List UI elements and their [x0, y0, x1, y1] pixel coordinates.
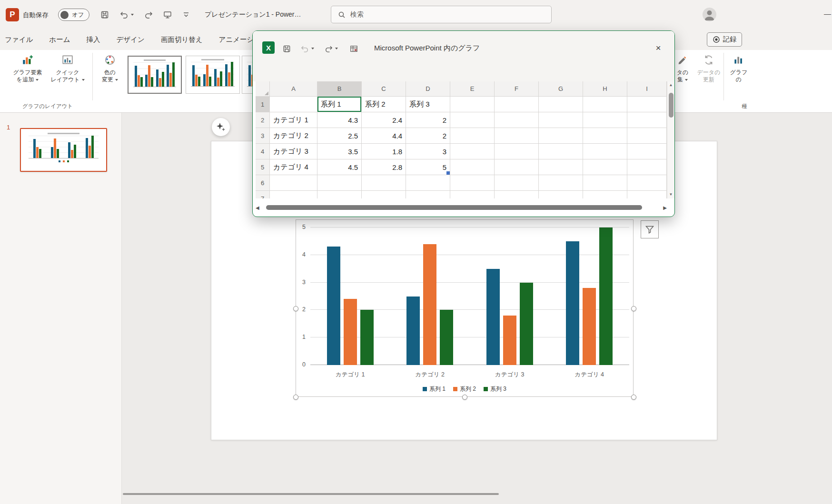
add-chart-element-button[interactable]: グラフ要素 を追加 — [8, 54, 48, 83]
bar[interactable] — [327, 247, 340, 365]
minimize-button[interactable]: — — [824, 10, 831, 18]
row-header-5[interactable]: 5 — [256, 159, 270, 175]
change-colors-button[interactable]: 色の 変更 — [96, 54, 124, 83]
cell-E6[interactable] — [450, 175, 495, 191]
cell-F6[interactable] — [495, 175, 539, 191]
cell-F4[interactable] — [495, 144, 539, 159]
cell-D3[interactable]: 2 — [406, 128, 450, 144]
scroll-left-icon[interactable]: ◀ — [256, 205, 259, 210]
resize-handle-left[interactable] — [293, 306, 298, 311]
cell-A6[interactable] — [270, 175, 317, 191]
dialog-redo-button[interactable] — [324, 43, 338, 54]
cell-A5[interactable]: カテゴリ 4 — [270, 159, 317, 175]
cell-G1[interactable] — [539, 97, 583, 112]
column-header-C[interactable]: C — [362, 81, 406, 97]
spreadsheet[interactable]: ABCDEFGHI1系列 1系列 2系列 32カテゴリ 14.32.423カテゴ… — [256, 81, 667, 198]
row-header-3[interactable]: 3 — [256, 128, 270, 144]
cell-I1[interactable] — [627, 97, 667, 112]
redo-button[interactable] — [141, 8, 156, 21]
bar[interactable] — [423, 244, 436, 365]
column-header-E[interactable]: E — [450, 81, 495, 97]
cell-A1[interactable] — [270, 97, 317, 112]
start-slideshow-button[interactable] — [160, 8, 175, 21]
bar[interactable] — [360, 310, 374, 365]
column-header-H[interactable]: H — [583, 81, 627, 97]
cell-A3[interactable]: カテゴリ 2 — [270, 128, 317, 144]
edit-data-in-excel-button[interactable] — [349, 43, 358, 54]
cell-I3[interactable] — [627, 128, 667, 144]
toolbar-options-button[interactable] — [179, 8, 193, 21]
cell-D1[interactable]: 系列 3 — [406, 97, 450, 112]
search-box[interactable]: 検索 — [331, 6, 552, 23]
cell-G5[interactable] — [539, 159, 583, 175]
row-header-7[interactable]: 7 — [256, 191, 270, 198]
cell-G2[interactable] — [539, 112, 583, 128]
cell-B1[interactable]: 系列 1 — [317, 97, 362, 112]
autosave-toggle[interactable]: オフ — [58, 9, 89, 21]
cell-E1[interactable] — [450, 97, 495, 112]
bar[interactable] — [486, 269, 500, 365]
cell-H6[interactable] — [583, 175, 627, 191]
chart-style-thumbnail-2[interactable] — [186, 56, 240, 94]
cell-D5[interactable]: 5 — [406, 159, 450, 175]
record-button[interactable]: 記録 — [707, 32, 742, 47]
scroll-right-icon[interactable]: ▶ — [663, 205, 667, 210]
row-header-6[interactable]: 6 — [256, 175, 270, 191]
bar[interactable] — [599, 227, 613, 365]
dialog-close-button[interactable]: × — [652, 41, 665, 55]
horizontal-scroll-track[interactable] — [261, 204, 662, 211]
chart-style-thumbnail-1[interactable] — [128, 56, 182, 94]
cell-D6[interactable] — [406, 175, 450, 191]
refresh-data-button[interactable]: データの 更新 — [695, 54, 723, 83]
tab-insert[interactable]: 挿入 — [87, 35, 100, 44]
cell-B2[interactable]: 4.3 — [317, 112, 362, 128]
row-header-4[interactable]: 4 — [256, 144, 270, 159]
cell-F3[interactable] — [495, 128, 539, 144]
bar[interactable] — [503, 316, 516, 365]
resize-handle-bottom-left[interactable] — [293, 395, 298, 400]
cell-F2[interactable] — [495, 112, 539, 128]
cell-F1[interactable] — [495, 97, 539, 112]
cell-C6[interactable] — [362, 175, 406, 191]
scroll-up-icon[interactable]: ▲ — [669, 81, 673, 89]
cell-H2[interactable] — [583, 112, 627, 128]
column-header-D[interactable]: D — [406, 81, 450, 97]
cell-C7[interactable] — [362, 191, 406, 198]
cell-I6[interactable] — [627, 175, 667, 191]
cell-C4[interactable]: 1.8 — [362, 144, 406, 159]
cell-H5[interactable] — [583, 159, 627, 175]
cell-B7[interactable] — [317, 191, 362, 198]
cell-C3[interactable]: 4.4 — [362, 128, 406, 144]
cell-G3[interactable] — [539, 128, 583, 144]
vertical-scroll-thumb[interactable] — [669, 93, 674, 118]
resize-handle-bottom-center[interactable] — [462, 395, 467, 400]
cell-E4[interactable] — [450, 144, 495, 159]
dialog-vertical-scrollbar[interactable]: ▲ ▼ — [667, 81, 674, 198]
tab-transitions[interactable]: 画面切り替え — [161, 35, 203, 44]
cell-C2[interactable]: 2.4 — [362, 112, 406, 128]
cell-E5[interactable] — [450, 159, 495, 175]
cell-G7[interactable] — [539, 191, 583, 198]
cell-G6[interactable] — [539, 175, 583, 191]
cell-C1[interactable]: 系列 2 — [362, 97, 406, 112]
column-header-B[interactable]: B — [317, 81, 362, 97]
cell-E7[interactable] — [450, 191, 495, 198]
change-chart-type-button[interactable]: グラフ の — [726, 54, 751, 83]
tab-file[interactable]: ファイル — [5, 35, 33, 44]
bar[interactable] — [520, 283, 533, 365]
bar[interactable] — [583, 288, 596, 365]
slide-thumbnail-1[interactable] — [20, 128, 107, 172]
quick-layout-button[interactable]: クイック レイアウト — [49, 54, 87, 83]
dialog-horizontal-scrollbar[interactable]: ◀ ▶ — [256, 201, 667, 214]
tab-home[interactable]: ホーム — [49, 35, 70, 44]
cell-I2[interactable] — [627, 112, 667, 128]
cell-D7[interactable] — [406, 191, 450, 198]
designer-button[interactable] — [212, 118, 230, 136]
document-title[interactable]: プレゼンテーション1 - Power… — [205, 10, 301, 19]
cell-H1[interactable] — [583, 97, 627, 112]
bar[interactable] — [566, 241, 579, 365]
canvas-horizontal-scrollbar[interactable] — [123, 493, 499, 495]
bar[interactable] — [406, 296, 420, 366]
column-header-G[interactable]: G — [539, 81, 583, 97]
column-header-I[interactable]: I — [627, 81, 667, 97]
